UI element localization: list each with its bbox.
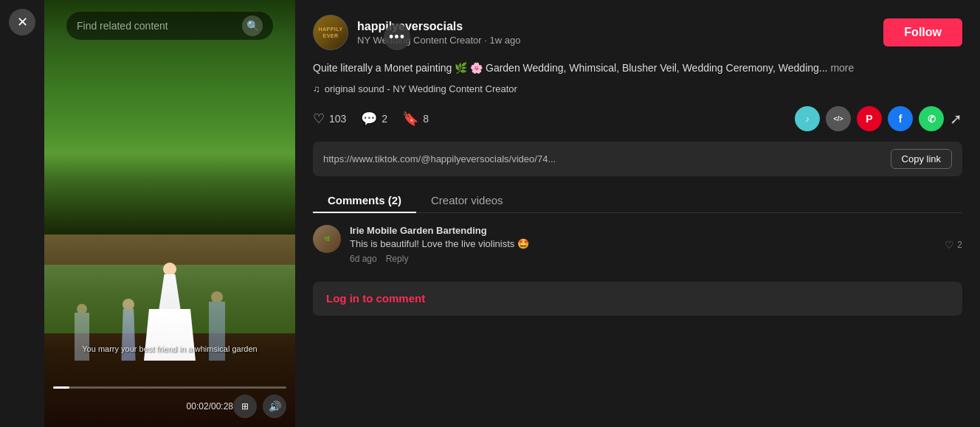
video-controls: 00:02/00:28 ⊞ 🔊 <box>44 386 295 427</box>
share-embed-button[interactable]: </> <box>826 106 851 131</box>
whatsapp-icon: ✆ <box>928 114 936 125</box>
bookmarks-stat[interactable]: 🔖 8 <box>402 111 429 127</box>
avatar-text: HAPPILY EVER <box>314 26 348 39</box>
sound-text: original sound - NY Wedding Content Crea… <box>325 83 517 94</box>
caption-text: Quite literally a Monet painting 🌿 🌸 Gar… <box>313 62 828 74</box>
more-link[interactable]: more <box>830 62 854 74</box>
author-row: HAPPILY EVER happilyeversocials NY Weddi… <box>313 15 962 50</box>
video-player: 🔍 You marry your best friend in a whimsi… <box>44 0 295 427</box>
share-whatsapp-button[interactable]: ✆ <box>919 106 944 131</box>
copy-link-button[interactable]: Copy link <box>891 149 952 169</box>
login-to-comment-link[interactable]: Log in to comment <box>326 292 425 305</box>
author-info: happilyeversocials NY Wedding Content Cr… <box>357 20 883 46</box>
like-icon: ♡ <box>945 239 954 251</box>
tiktok-icon: ♪ <box>805 114 810 123</box>
tabs-row: Comments (2) Creator videos <box>313 188 962 213</box>
bookmarks-count: 8 <box>423 113 429 125</box>
comment-avatar-img: 🌿 <box>313 225 341 253</box>
comments-stat[interactable]: 💬 2 <box>361 111 387 127</box>
embed-icon: </> <box>833 115 843 122</box>
tab-comments[interactable]: Comments (2) <box>313 188 416 212</box>
time-current: 00:02 <box>187 401 209 412</box>
caption: Quite literally a Monet painting 🌿 🌸 Gar… <box>313 60 962 76</box>
comments-count: 2 <box>382 113 387 125</box>
link-row: https://www.tiktok.com/@happilyeversocia… <box>313 142 962 176</box>
reply-button[interactable]: Reply <box>386 254 409 264</box>
volume-icon: 🔊 <box>269 400 281 412</box>
like-count: 2 <box>957 240 962 250</box>
share-icons: ♪ </> P f ✆ ➚ <box>795 106 962 131</box>
close-button[interactable]: ✕ <box>9 9 35 35</box>
likes-count: 103 <box>329 113 346 125</box>
bookmark-icon: 🔖 <box>402 111 418 127</box>
pinterest-icon: P <box>866 113 872 125</box>
likes-stat[interactable]: ♡ 103 <box>313 111 346 127</box>
captions-button[interactable]: ⊞ <box>233 395 257 418</box>
search-overlay[interactable]: 🔍 <box>66 12 273 40</box>
comment-item: 🌿 Irie Mobile Garden Bartending This is … <box>313 225 962 264</box>
search-input[interactable] <box>77 20 236 32</box>
login-bar: Log in to comment <box>313 282 962 316</box>
avatar: HAPPILY EVER <box>313 15 348 50</box>
comment-like[interactable]: ♡ 2 <box>945 225 962 264</box>
video-background <box>44 0 295 427</box>
comment-time: 6d ago <box>350 254 377 264</box>
more-options-button[interactable]: ••• <box>384 24 410 50</box>
comment-body: Irie Mobile Garden Bartending This is be… <box>350 225 936 264</box>
music-icon: ♫ <box>313 83 320 94</box>
time-display: 00:02/00:28 <box>187 401 233 412</box>
volume-button[interactable]: 🔊 <box>263 395 286 418</box>
video-caption-overlay: You marry your best friend in a whimsica… <box>82 344 257 353</box>
comments-list: 🌿 Irie Mobile Garden Bartending This is … <box>313 225 962 276</box>
comment-icon: 💬 <box>361 111 377 127</box>
control-buttons: ⊞ 🔊 <box>233 395 286 418</box>
time-total: 00:28 <box>211 401 233 412</box>
progress-bar[interactable] <box>53 386 286 389</box>
facebook-icon: f <box>899 113 903 125</box>
follow-button[interactable]: Follow <box>883 18 962 46</box>
comment-author-name: Irie Mobile Garden Bartending <box>350 225 936 236</box>
comment-text: This is beautiful! Love the live violini… <box>350 237 936 251</box>
stats-row: ♡ 103 💬 2 🔖 8 ♪ </> P f ✆ <box>313 106 962 131</box>
sound-row: ♫ original sound - NY Wedding Content Cr… <box>313 83 962 94</box>
share-tiktok-button[interactable]: ♪ <box>795 106 820 131</box>
author-meta: NY Wedding Content Creator · 1w ago <box>357 35 883 46</box>
link-url: https://www.tiktok.com/@happilyeversocia… <box>323 153 882 164</box>
right-panel: HAPPILY EVER happilyeversocials NY Weddi… <box>295 0 980 427</box>
progress-fill <box>53 386 69 389</box>
comment-avatar: 🌿 <box>313 225 341 253</box>
comment-meta: 6d ago Reply <box>350 254 936 264</box>
tab-creator-videos[interactable]: Creator videos <box>416 188 518 212</box>
heart-icon: ♡ <box>313 111 325 127</box>
controls-row: 00:02/00:28 ⊞ 🔊 <box>53 395 286 418</box>
search-icon[interactable]: 🔍 <box>242 15 263 36</box>
author-name: happilyeversocials <box>357 20 883 33</box>
share-pinterest-button[interactable]: P <box>857 106 882 131</box>
share-facebook-button[interactable]: f <box>888 106 913 131</box>
left-panel: ✕ <box>0 0 44 427</box>
share-more-button[interactable]: ➚ <box>950 110 962 128</box>
captions-icon: ⊞ <box>241 401 249 412</box>
